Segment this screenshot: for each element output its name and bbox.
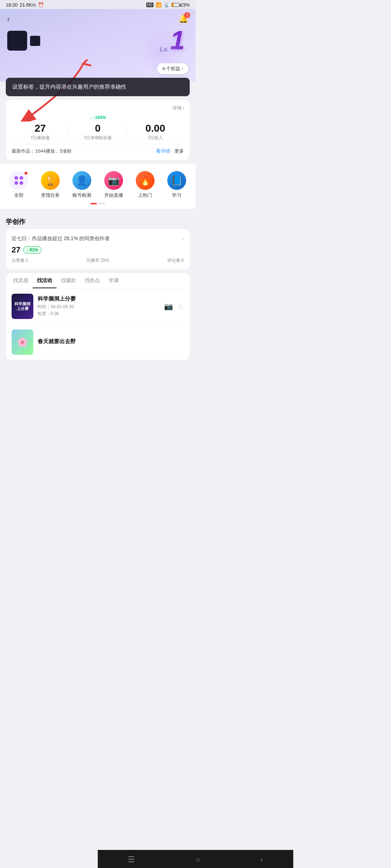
menu-label-all: 全部 [14,192,24,199]
learn-card: 近七日：作品播放超过 28.1% 的同类创作者 › 27 ↓ 91% 点赞量:1… [6,229,190,269]
menu-item-learn[interactable]: 📘 学习 [162,170,192,200]
hot-icon-wrap: 🔥 [136,171,155,190]
dot-2 [98,203,105,204]
status-left: 18:20 21.6K/s ⏰ [6,2,44,8]
activity-info-2: 春天就要出去野 [38,338,184,346]
stat-plays: 27 7日播放量 [12,122,69,141]
battery: 23% [172,2,190,8]
stats-header: 详情 › [12,105,184,111]
stat-income: 0.00 7日收入 [127,122,184,141]
completion-rate: 完播率:25% [86,258,109,264]
star-icon[interactable]: ☆ [177,302,184,311]
alarm-icon: ⏰ [38,2,44,8]
stats-section: 详情 › ↓ ↓100% 27 7日播放量 0 7日净增粉丝量 0.00 7日收… [0,100,196,161]
tooltip-text: 设置标签，提升内容潜在兴趣用户的推荐准确性 [12,84,126,90]
benefits-arrow: › [182,66,183,71]
level-badge: Lv. 1 [160,27,185,53]
play-detail-row: 点赞量:1 完播率:25% 评论量:0 [12,258,184,264]
hero-section: ‹ 🔔 5 Lv. 1 4 个权益 › [0,9,196,81]
activity-info-1: 科学脑洞上分赛 时间：04.01-06.30 热度：6.0k [38,295,160,318]
battery-percent: 23% [180,2,190,8]
menu-label-check: 账号检测 [72,192,91,199]
tab-hotspot[interactable]: 找热点 [80,273,104,288]
hd-badge: HD [146,3,154,7]
menu-label-live: 开始直播 [104,192,123,199]
stats-latest-text: 最新作品：1044播放，5涨粉 [12,148,72,154]
activity-title-2: 春天就要出去野 [38,338,184,345]
activity-time-1: 时间：04.01-06.30 [38,304,160,310]
tab-course[interactable]: 学课 [104,273,123,288]
detail-link-text: 详情 [172,105,182,111]
menu-label-learn: 学习 [172,192,181,199]
benefits-button[interactable]: 4 个权益 › [157,63,188,74]
trend-down-icon: ↓ [26,247,29,252]
quick-menu-row: 全部 🏆 变现任务 👤 账号检测 📷 开始直播 🔥 [0,170,196,200]
detail-link[interactable]: 详情 › [172,105,184,111]
trophy-icon: 🏆 [45,175,56,186]
menu-item-check[interactable]: 👤 账号检测 [67,170,97,200]
stat-fans: 0 7日净增粉丝量 [69,122,126,141]
activity-item-1: 科学脑洞上分赛 科学脑洞上分赛 时间：04.01-06.30 热度：6.0k 📷… [6,289,190,324]
notification-button[interactable]: 🔔 5 [178,14,188,24]
speed: 21.6K/s [20,2,36,8]
stat-fans-label: 7日净增粉丝量 [69,135,126,141]
chevron-right-icon: › [182,235,184,242]
benefits-label: 4 个权益 [162,65,180,72]
quick-menu: 全部 🏆 变现任务 👤 账号检测 📷 开始直播 🔥 [0,164,196,209]
camera-action-icon[interactable]: 📷 [164,302,173,311]
wifi-icon: 📡 [164,2,169,8]
avatar-area [7,31,40,51]
menu-item-hot[interactable]: 🔥 上热门 [130,170,160,200]
all-icon-wrap [9,171,28,190]
activity-actions-1: 📷 ☆ [164,302,184,311]
check-icon-wrap: 👤 [72,171,91,190]
menu-item-all[interactable]: 全部 [4,170,34,200]
activity-item-2: 🌸 春天就要出去野 [6,324,190,360]
live-icon-wrap: 📷 [104,171,123,190]
learn-icon-wrap: 📘 [167,171,186,190]
play-count: 27 [12,245,20,255]
menu-item-task[interactable]: 🏆 变现任务 [35,170,65,200]
fire-icon: 🔥 [139,175,151,186]
trend-indicator: ↓ ↓100% [12,115,184,120]
learn-card-description: 近七日：作品播放超过 28.1% 的同类创作者 [12,235,182,242]
time: 18:20 [6,2,18,8]
tab-trending[interactable]: 找爆款 [56,273,80,288]
tooltip-box: 设置标签，提升内容潜在兴趣用户的推荐准确性 [6,78,190,96]
menu-item-live[interactable]: 📷 开始直播 [98,170,129,200]
stat-fans-number: 0 [69,122,126,135]
activity-heat-1: 热度：6.0k [38,311,160,317]
stat-plays-number: 27 [12,122,69,135]
stats-row: 27 7日播放量 0 7日净增粉丝量 0.00 7日收入 [12,122,184,141]
status-bar: 18:20 21.6K/s ⏰ HD 📶 📡 23% [0,0,196,9]
notification-badge: 5 [184,12,190,18]
trend-label: 91% [29,247,38,252]
avatar-small [30,36,40,46]
down-arrow-icon: ↓ [89,115,92,120]
stats-actions: 看详情 更多 [156,148,184,154]
back-button[interactable]: ‹ [7,15,10,23]
activity-thumb-1: 科学脑洞上分赛 [12,294,33,319]
comments-count: 评论量:0 [167,258,184,264]
menu-label-task: 变现任务 [41,192,60,199]
stats-card: 详情 › ↓ ↓100% 27 7日播放量 0 7日净增粉丝量 0.00 7日收… [6,100,190,161]
signal-icon: 📶 [156,2,161,8]
avatar [7,31,27,51]
learn-section-title: 学创作 [0,212,196,229]
detail-link-arrow: › [182,105,184,111]
tab-inspiration[interactable]: 找灵感 [9,273,33,288]
detail-button[interactable]: 看详情 [156,148,170,154]
stat-income-number: 0.00 [127,122,184,135]
status-right: HD 📶 📡 23% [146,2,190,8]
more-button[interactable]: 更多 [175,148,184,154]
activity-title-1: 科学脑洞上分赛 [38,295,160,302]
stat-income-label: 7日收入 [127,135,184,141]
dots-grid-icon [13,175,25,186]
menu-dot-badge [25,172,28,175]
learn-card-header: 近七日：作品播放超过 28.1% 的同类创作者 › [12,235,184,242]
trend-percent: ↓100% [93,115,106,120]
tab-activity[interactable]: 找活动 [33,273,56,288]
hero-nav: ‹ 🔔 5 [7,14,188,24]
stats-latest: 最新作品：1044播放，5涨粉 看详情 更多 [12,144,184,154]
carousel-dots [0,203,196,204]
